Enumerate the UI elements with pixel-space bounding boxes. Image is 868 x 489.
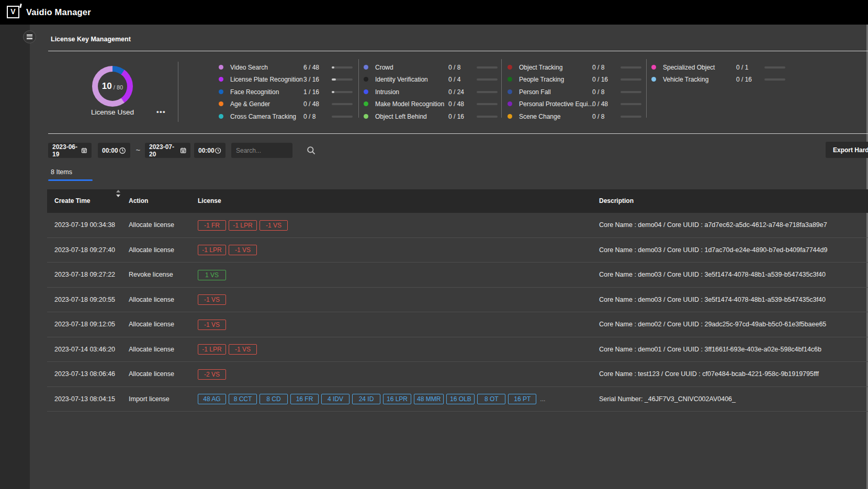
legend-value: 0 / 1: [736, 64, 748, 71]
license-events-table: Create Time Action License Description 2…: [47, 189, 868, 412]
legend-label: Scene Change: [519, 113, 560, 120]
cell-license-badges: -1 VS: [198, 288, 226, 312]
legend-label: Specialized Object: [663, 64, 715, 71]
legend-column: Specialized Object0 / 1Vehicle Tracking0…: [651, 62, 788, 125]
legend-progress-bar: [477, 91, 498, 93]
legend-color-dot: [364, 77, 368, 82]
license-badge: -1 FR: [198, 220, 226, 231]
legend-item: Cross Camera Tracking0 / 8: [219, 111, 356, 122]
cell-action: Allocate license: [129, 238, 174, 263]
legend-label: License Plate Recognition: [230, 76, 303, 83]
legend-color-dot: [364, 89, 368, 94]
column-header-action: Action: [129, 189, 148, 213]
license-badge: -1 VS: [198, 294, 226, 305]
legend-column: Object Tracking0 / 8People Tracking0 / 1…: [508, 62, 645, 125]
legend-column: Video Search6 / 48License Plate Recognit…: [219, 62, 356, 125]
column-header-description: Description: [599, 189, 634, 213]
cell-license-badges: -2 VS: [198, 362, 226, 386]
cell-action: Allocate license: [129, 213, 174, 237]
start-date-value: 2023-06-19: [52, 143, 81, 158]
search-button[interactable]: [302, 143, 319, 158]
legend-progress-fill: [332, 78, 336, 81]
legend-label: Intrusion: [375, 88, 399, 96]
legend-progress-bar: [764, 66, 785, 69]
cell-create-time: 2023-07-18 09:27:22: [54, 263, 115, 287]
table-row: 2023-07-13 08:04:15Import license48 AG8 …: [47, 387, 868, 412]
end-time-value: 00:00: [198, 147, 215, 154]
sort-icon[interactable]: [115, 189, 120, 200]
legend-label: Vehicle Tracking: [663, 76, 708, 83]
cell-description: Core Name : demo03 / Core UUID : 3e5f147…: [599, 288, 826, 312]
export-hardware-button[interactable]: Export Hard: [826, 142, 868, 158]
cell-license-badges: 48 AG8 CCT8 CD16 FR4 IDV24 ID16 LPR48 MM…: [198, 387, 545, 412]
top-app-bar: V Vaidio Manager: [0, 0, 868, 25]
cell-create-time: 2023-07-13 08:04:15: [54, 387, 115, 412]
menu-toggle-button[interactable]: [23, 30, 36, 43]
cell-action: Import license: [129, 387, 170, 412]
table-row: 2023-07-18 09:20:55Allocate license-1 VS…: [47, 288, 868, 313]
start-time-picker[interactable]: 00:00: [98, 143, 130, 158]
legend-progress-bar: [621, 91, 641, 93]
legend-value: 0 / 16: [592, 76, 608, 83]
legend-item: Make Model Recognition0 / 48: [364, 99, 501, 109]
column-header-create-time[interactable]: Create Time: [54, 189, 90, 213]
license-badge: -2 VS: [198, 369, 226, 380]
calendar-icon: [180, 147, 186, 154]
legend-progress-fill: [332, 91, 334, 93]
sidebar: [0, 25, 30, 489]
license-badge: -1 VS: [260, 220, 288, 231]
license-used-count: 10: [102, 81, 112, 92]
cell-description: Core Name : demo02 / Core UUID : 29adc25…: [599, 312, 826, 337]
cell-license-badges: -1 LPR-1 VS: [198, 238, 257, 263]
legend-color-dot: [219, 65, 223, 70]
legend-value: 3 / 16: [303, 76, 319, 83]
legend-color-dot: [508, 101, 512, 106]
cell-description: Core Name : demo03 / Core UUID : 1d7ac70…: [599, 238, 827, 263]
items-tab[interactable]: 8 Items: [51, 168, 72, 176]
license-badge: -1 VS: [229, 245, 257, 255]
license-badge: -1 VS: [229, 344, 257, 355]
legend-column: Crowd0 / 8Identity Verification0 / 4Intr…: [364, 62, 501, 125]
license-badge: -1 VS: [198, 320, 226, 330]
cell-action: Allocate license: [129, 312, 174, 337]
license-badge: 48 MMR: [414, 394, 444, 404]
legend-value: 0 / 24: [448, 88, 464, 96]
legend-item: Intrusion0 / 24: [364, 87, 501, 97]
end-date-picker[interactable]: 2023-07-20: [145, 143, 190, 158]
license-total-count: / 80: [114, 82, 123, 90]
legend-value: 1 / 16: [303, 88, 319, 96]
badges-overflow-ellipsis: ...: [540, 395, 545, 403]
legend-label: Object Tracking: [519, 64, 562, 71]
start-date-picker[interactable]: 2023-06-19: [48, 143, 92, 158]
license-badge: 1 VS: [198, 270, 226, 280]
legend-value: 6 / 48: [303, 64, 319, 71]
legend-item: Face Recognition1 / 16: [219, 87, 356, 97]
license-badge: -1 LPR: [198, 245, 226, 255]
license-badge: 4 IDV: [321, 394, 350, 404]
more-options-button[interactable]: •••: [156, 108, 166, 116]
license-badge: 8 CD: [260, 394, 288, 404]
legend-value: 0 / 48: [303, 100, 319, 108]
table-row: 2023-07-18 09:27:22Revoke license1 VSCor…: [47, 263, 868, 288]
legend-progress-bar: [332, 66, 353, 69]
cell-create-time: 2023-07-14 03:46:20: [54, 337, 115, 362]
cell-description: Core Name : demo04 / Core UUID : a7d7ec6…: [599, 213, 827, 237]
legend-color-dot: [219, 77, 223, 82]
table-row: 2023-07-19 00:34:38Allocate license-1 FR…: [47, 213, 868, 238]
table-row: 2023-07-14 03:46:20Allocate license-1 LP…: [47, 337, 868, 362]
legend-item: Video Search6 / 48: [219, 62, 356, 73]
table-body: 2023-07-19 00:34:38Allocate license-1 FR…: [47, 213, 868, 412]
search-input[interactable]: [231, 143, 292, 158]
legend-progress-bar: [332, 116, 353, 118]
license-badge: 16 PT: [508, 394, 536, 404]
hamburger-icon: [27, 35, 32, 36]
license-badge: 8 CCT: [229, 394, 257, 404]
legend-color-dot: [219, 101, 223, 106]
license-donut-chart: 10 / 80: [92, 66, 133, 107]
cell-description: Core Name : test123 / Core UUID : cf07e4…: [599, 362, 819, 386]
cell-license-badges: 1 VS: [198, 263, 226, 287]
end-time-picker[interactable]: 00:00: [194, 143, 226, 158]
legend-item: Vehicle Tracking0 / 16: [651, 74, 788, 85]
license-badge: 8 OT: [477, 394, 505, 404]
donut-label: License Used: [76, 108, 149, 116]
